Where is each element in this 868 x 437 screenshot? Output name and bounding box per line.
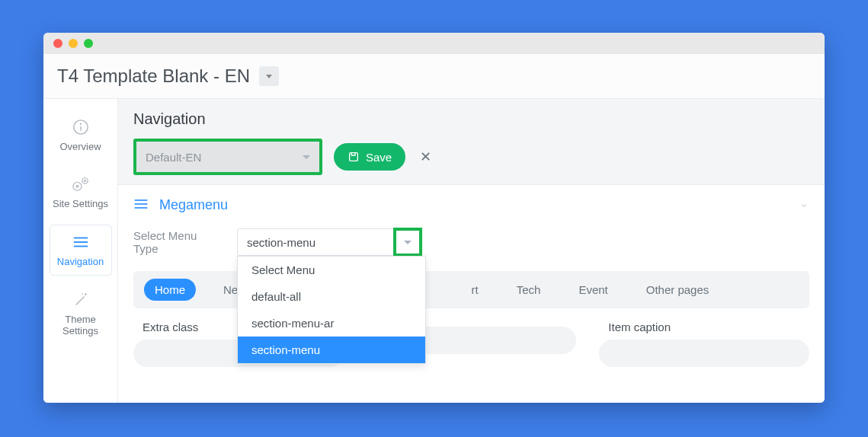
dropdown-option[interactable]: section-menu-ar xyxy=(238,310,425,337)
toolbar: Default-EN Save ✕ xyxy=(133,139,809,175)
svg-point-3 xyxy=(72,182,81,190)
sidebar-item-overview[interactable]: Overview xyxy=(50,110,112,160)
sidebar-item-label: Overview xyxy=(53,141,109,152)
sidebar: Overview Site Settings Navigation Theme … xyxy=(43,99,118,403)
app-window: T4 Template Blank - EN Overview Site Set… xyxy=(43,33,825,403)
save-icon xyxy=(348,151,360,163)
tab-event[interactable]: Event xyxy=(568,279,618,301)
dropdown-option[interactable]: Select Menu xyxy=(238,257,425,283)
chevron-down-icon xyxy=(266,75,272,78)
template-switch-dropdown[interactable] xyxy=(259,66,279,86)
tab-tech[interactable]: Tech xyxy=(506,279,552,301)
close-icon[interactable]: ✕ xyxy=(417,145,434,168)
window-min-dot[interactable] xyxy=(69,39,78,48)
window-close-dot[interactable] xyxy=(53,39,62,48)
tab-other-pages[interactable]: Other pages xyxy=(636,279,720,301)
panel-head[interactable]: Megamenu xyxy=(133,197,809,213)
panel-title: Megamenu xyxy=(159,197,228,213)
gears-icon xyxy=(53,175,109,193)
mac-titlebar xyxy=(43,33,825,54)
svg-rect-14 xyxy=(350,153,358,161)
app-body: Overview Site Settings Navigation Theme … xyxy=(43,99,825,403)
svg-line-13 xyxy=(82,294,82,295)
menu-type-select[interactable]: section-menu xyxy=(237,228,421,256)
item-caption-input[interactable] xyxy=(599,340,809,367)
menu-items-tabs: Home News rt Tech Event Other pages xyxy=(133,271,809,308)
sidebar-item-site-settings[interactable]: Site Settings xyxy=(50,167,112,217)
svg-point-5 xyxy=(82,178,87,183)
menu-icon xyxy=(53,233,108,251)
main-area: Navigation Default-EN Save ✕ xyxy=(118,99,825,403)
sidebar-item-label: Navigation xyxy=(53,256,108,267)
window-max-dot[interactable] xyxy=(84,39,93,48)
section-title: Navigation xyxy=(133,110,809,128)
save-button[interactable]: Save xyxy=(334,143,405,171)
layout-select-value: Default-EN xyxy=(146,151,201,164)
chevron-down-icon xyxy=(799,200,809,211)
sidebar-item-label: Theme Settings xyxy=(53,314,109,337)
page-title: T4 Template Blank - EN xyxy=(57,65,250,87)
menu-type-select-wrap: section-menu Select Menu default-all sec… xyxy=(237,228,421,256)
svg-point-6 xyxy=(84,180,85,182)
megamenu-panel: Megamenu Select Menu Type section-menu xyxy=(118,184,825,403)
dropdown-option-selected[interactable]: section-menu xyxy=(238,337,425,363)
chevron-down-icon xyxy=(303,155,310,159)
tab-home[interactable]: Home xyxy=(144,279,196,301)
chevron-down-icon xyxy=(404,241,412,244)
save-button-label: Save xyxy=(366,151,392,164)
select-menu-label: Select Menu Type xyxy=(133,229,222,255)
menu-type-value: section-menu xyxy=(247,236,315,249)
field-label: Item caption xyxy=(599,321,809,333)
menu-type-caret[interactable] xyxy=(393,228,422,257)
sidebar-item-theme-settings[interactable]: Theme Settings xyxy=(50,283,112,344)
main-toolbar: Navigation Default-EN Save ✕ xyxy=(118,99,825,184)
layout-select[interactable]: Default-EN xyxy=(133,139,322,175)
svg-point-4 xyxy=(76,185,78,187)
svg-point-2 xyxy=(80,123,81,124)
tab-rt[interactable]: rt xyxy=(461,279,489,301)
sidebar-item-navigation[interactable]: Navigation xyxy=(50,225,112,276)
item-caption-field: Item caption xyxy=(599,321,809,367)
sidebar-item-label: Site Settings xyxy=(53,198,109,209)
menu-icon xyxy=(133,198,149,213)
wand-icon xyxy=(53,291,109,309)
item-fields-row: Extra class Item caption xyxy=(133,321,809,367)
info-icon xyxy=(53,118,109,136)
select-menu-row: Select Menu Type section-menu Select Men… xyxy=(133,228,809,256)
app-header: T4 Template Blank - EN xyxy=(43,54,825,99)
dropdown-option[interactable]: default-all xyxy=(238,283,425,310)
svg-line-10 xyxy=(75,296,84,305)
menu-type-dropdown: Select Menu default-all section-menu-ar … xyxy=(237,256,426,364)
